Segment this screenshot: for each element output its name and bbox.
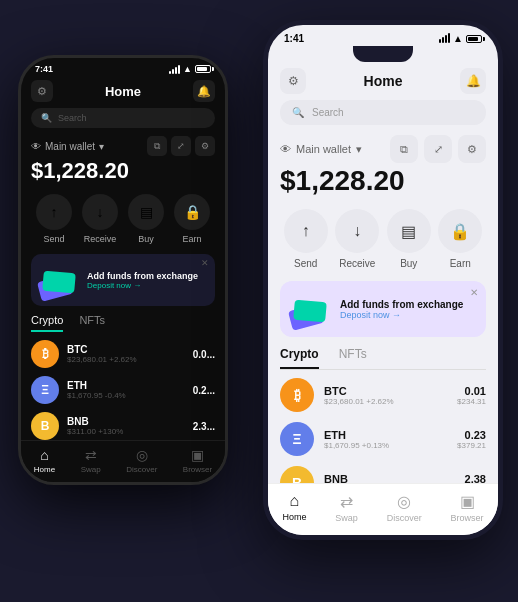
dark-close-icon[interactable]: ✕	[201, 258, 209, 268]
dark-nav-browser[interactable]: ▣ Browser	[183, 447, 212, 474]
dark-search-bar[interactable]: 🔍 Search	[31, 108, 215, 128]
light-bottom-nav: ⌂ Home ⇄ Swap ◎ Discover ▣ Browser	[268, 483, 498, 535]
light-receive-label: Receive	[339, 258, 375, 269]
dark-wallet-row: 👁 Main wallet ▾ ⧉ ⤢ ⚙	[31, 136, 215, 156]
dark-btc-icon: ₿	[31, 340, 59, 368]
dark-buy-button[interactable]: ▤ Buy	[128, 194, 164, 244]
dark-receive-button[interactable]: ↓ Receive	[82, 194, 118, 244]
light-bell-icon[interactable]: 🔔	[460, 68, 486, 94]
dark-status-bar: 7:41 ▲	[21, 58, 225, 76]
dark-discover-icon: ◎	[136, 447, 148, 463]
dark-action-buttons: ↑ Send ↓ Receive ▤ Buy 🔒 Earn	[31, 194, 215, 244]
light-nav-discover[interactable]: ◎ Discover	[387, 492, 422, 523]
light-receive-button[interactable]: ↓ Receive	[335, 209, 379, 269]
dark-bnb-info: BNB $311.00 +130%	[67, 416, 185, 436]
light-eth-sub: $1,670.95 +0.13%	[324, 441, 447, 450]
dark-buy-label: Buy	[138, 234, 154, 244]
light-eth-name: ETH	[324, 429, 447, 441]
light-nav-browser[interactable]: ▣ Browser	[451, 492, 484, 523]
light-nav-swap-label: Swap	[335, 513, 358, 523]
dark-copy-icon[interactable]: ⧉	[147, 136, 167, 156]
light-eth-icon: Ξ	[280, 422, 314, 456]
dark-deposit-image	[39, 262, 79, 298]
dark-search-placeholder: Search	[58, 113, 87, 123]
dark-chevron-down-icon: ▾	[99, 141, 104, 152]
dark-bnb-icon: B	[31, 412, 59, 440]
dark-eth-item[interactable]: Ξ ETH $1,670.95 -0.4% 0.2...	[31, 376, 215, 404]
dark-search-icon: 🔍	[41, 113, 52, 123]
dark-signal	[169, 65, 180, 74]
light-nav-discover-label: Discover	[387, 513, 422, 523]
light-nav-home[interactable]: ⌂ Home	[282, 492, 306, 523]
dark-time: 7:41	[35, 64, 53, 74]
light-btc-sub: $23,680.01 +2.62%	[324, 397, 447, 406]
dark-nav-discover[interactable]: ◎ Discover	[126, 447, 157, 474]
dark-settings-icon[interactable]: ⚙	[195, 136, 215, 156]
light-eth-value: $379.21	[457, 441, 486, 450]
light-buy-icon: ▤	[387, 209, 431, 253]
dark-receive-label: Receive	[84, 234, 117, 244]
light-tab-crypto[interactable]: Crypto	[280, 347, 319, 369]
dark-eth-sub: $1,670.95 -0.4%	[67, 391, 185, 400]
dark-battery-icon	[195, 65, 211, 73]
light-receive-icon: ↓	[335, 209, 379, 253]
dark-bnb-item[interactable]: B BNB $311.00 +130% 2.3...	[31, 412, 215, 440]
dark-deposit-link[interactable]: Deposit now →	[87, 281, 207, 290]
light-close-icon[interactable]: ✕	[470, 287, 478, 298]
phones-container: 7:41 ▲ ⚙ Home 🔔	[0, 0, 518, 602]
dark-gear-icon[interactable]: ⚙	[31, 80, 53, 102]
dark-eth-icon: Ξ	[31, 376, 59, 404]
dark-earn-button[interactable]: 🔒 Earn	[174, 194, 210, 244]
light-discover-icon: ◎	[397, 492, 411, 511]
dark-tab-crypto[interactable]: Crypto	[31, 314, 63, 332]
dark-tab-nfts[interactable]: NFTs	[79, 314, 105, 332]
dark-status-icons: ▲	[169, 64, 211, 74]
dark-bnb-name: BNB	[67, 416, 185, 427]
light-swap-icon: ⇄	[340, 492, 353, 511]
dark-bnb-sub: $311.00 +130%	[67, 427, 185, 436]
dark-wallet-amount: $1,228.20	[31, 158, 215, 184]
light-expand-icon[interactable]: ⤢	[424, 135, 452, 163]
dark-eth-name: ETH	[67, 380, 185, 391]
dark-expand-icon[interactable]: ⤢	[171, 136, 191, 156]
light-eth-item[interactable]: Ξ ETH $1,670.95 +0.13% 0.23 $379.21	[280, 422, 486, 456]
dark-eth-info: ETH $1,670.95 -0.4%	[67, 380, 185, 400]
light-earn-button[interactable]: 🔒 Earn	[438, 209, 482, 269]
light-btc-item[interactable]: ₿ BTC $23,680.01 +2.62% 0.01 $234.31	[280, 378, 486, 412]
light-deposit-link[interactable]: Deposit now →	[340, 310, 476, 320]
light-tab-nfts[interactable]: NFTs	[339, 347, 367, 369]
light-main-content: ⚙ Home 🔔 🔍 Search 👁 Main wallet ▾ ⧉ ⤢	[268, 66, 498, 526]
dark-send-button[interactable]: ↑ Send	[36, 194, 72, 244]
light-chevron-down-icon: ▾	[356, 143, 362, 156]
light-wifi-icon: ▲	[453, 33, 463, 44]
dark-btc-name: BTC	[67, 344, 185, 355]
dark-btc-item[interactable]: ₿ BTC $23,680.01 +2.62% 0.0...	[31, 340, 215, 368]
dark-browser-icon: ▣	[191, 447, 204, 463]
light-nav-swap[interactable]: ⇄ Swap	[335, 492, 358, 523]
dark-header: ⚙ Home 🔔	[31, 76, 215, 108]
light-nav-home-label: Home	[282, 512, 306, 522]
dark-nav-swap[interactable]: ⇄ Swap	[81, 447, 101, 474]
dark-receive-icon: ↓	[82, 194, 118, 230]
dark-bell-icon[interactable]: 🔔	[193, 80, 215, 102]
light-search-bar[interactable]: 🔍 Search	[280, 100, 486, 125]
light-action-buttons: ↑ Send ↓ Receive ▤ Buy 🔒 Earn	[280, 209, 486, 269]
light-search-placeholder: Search	[312, 107, 344, 118]
light-wallet-amount: $1,228.20	[280, 165, 486, 197]
light-wallet-row: 👁 Main wallet ▾ ⧉ ⤢ ⚙	[280, 135, 486, 163]
light-send-button[interactable]: ↑ Send	[284, 209, 328, 269]
light-buy-label: Buy	[400, 258, 417, 269]
dark-bottom-nav: ⌂ Home ⇄ Swap ◎ Discover ▣ Browser	[21, 440, 225, 482]
dark-btc-sub: $23,680.01 +2.62%	[67, 355, 185, 364]
dark-eth-amount: 0.2...	[193, 385, 215, 396]
light-gear-icon[interactable]: ⚙	[280, 68, 306, 94]
light-btc-value: $234.31	[457, 397, 486, 406]
light-buy-button[interactable]: ▤ Buy	[387, 209, 431, 269]
light-home-title: Home	[364, 73, 403, 89]
light-browser-icon: ▣	[460, 492, 475, 511]
dark-nav-home-label: Home	[34, 465, 55, 474]
light-tabs: Crypto NFTs	[280, 347, 486, 370]
dark-nav-home[interactable]: ⌂ Home	[34, 447, 55, 474]
light-copy-icon[interactable]: ⧉	[390, 135, 418, 163]
light-settings-icon[interactable]: ⚙	[458, 135, 486, 163]
